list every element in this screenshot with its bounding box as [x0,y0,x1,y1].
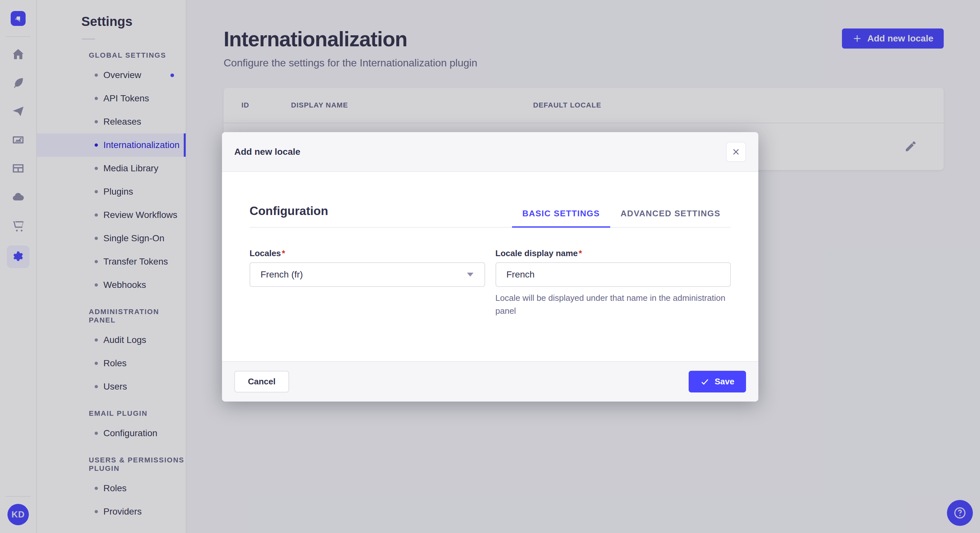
tab-basic-settings[interactable]: BASIC SETTINGS [512,209,610,228]
display-name-field: Locale display name* Locale will be disp… [495,248,731,317]
settings-tabs: BASIC SETTINGS ADVANCED SETTINGS [512,209,731,227]
tab-advanced-settings[interactable]: ADVANCED SETTINGS [610,209,731,228]
close-modal-button[interactable] [726,142,746,162]
display-name-label-text: Locale display name [495,248,578,258]
add-locale-modal: Add new locale Configuration BASIC SETTI… [222,132,758,401]
app-root: KD Settings GLOBAL SETTINGS Overview API… [0,0,980,533]
modal-footer: Cancel Save [222,361,758,401]
chevron-down-icon [466,272,474,277]
locales-field: Locales* French (fr) [250,248,485,317]
required-asterisk: * [579,248,582,258]
locales-label: Locales* [250,248,485,259]
check-icon [700,377,710,386]
configuration-heading: Configuration [250,204,328,227]
cancel-button[interactable]: Cancel [234,371,289,392]
display-name-label: Locale display name* [495,248,731,259]
save-button[interactable]: Save [689,371,746,392]
required-asterisk: * [282,248,285,258]
locales-label-text: Locales [250,248,281,258]
locales-select-value: French (fr) [261,270,303,280]
save-button-label: Save [714,377,734,387]
display-name-hint: Locale will be displayed under that name… [495,292,725,317]
modal-title: Add new locale [234,147,301,157]
locales-select[interactable]: French (fr) [250,262,485,287]
modal-header: Add new locale [222,132,758,172]
close-icon [732,148,740,156]
display-name-input[interactable] [495,262,731,287]
modal-body: Configuration BASIC SETTINGS ADVANCED SE… [222,172,758,361]
